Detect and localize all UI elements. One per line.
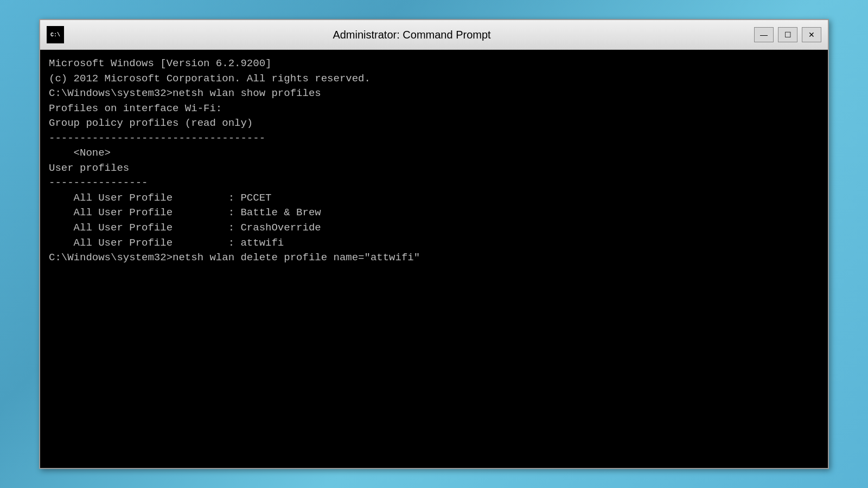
terminal-line: All User Profile : CrashOverride	[49, 221, 819, 236]
icon-text: C:\	[50, 32, 60, 38]
terminal-line: Microsoft Windows [Version 6.2.9200]	[49, 56, 819, 72]
minimize-button[interactable]: —	[754, 27, 774, 42]
terminal-line: All User Profile : PCCET	[49, 191, 819, 206]
terminal-line: User profiles	[49, 161, 819, 176]
terminal-area[interactable]: Microsoft Windows [Version 6.2.9200](c) …	[40, 50, 828, 468]
terminal-line: ----------------	[49, 176, 819, 191]
terminal-line: C:\Windows\system32>netsh wlan delete pr…	[49, 251, 819, 266]
window-icon: C:\	[47, 26, 64, 43]
window-controls: — ☐ ✕	[754, 27, 821, 42]
terminal-line: All User Profile : attwifi	[49, 236, 819, 251]
terminal-line: Group policy profiles (read only)	[49, 116, 819, 131]
command-prompt-window: C:\ Administrator: Command Prompt — ☐ ✕ …	[39, 19, 829, 469]
terminal-line: Profiles on interface Wi-Fi:	[49, 101, 819, 117]
restore-button[interactable]: ☐	[778, 27, 797, 42]
title-bar: C:\ Administrator: Command Prompt — ☐ ✕	[40, 20, 828, 50]
close-button[interactable]: ✕	[802, 27, 821, 42]
terminal-line: <None>	[49, 146, 819, 161]
terminal-line: (c) 2012 Microsoft Corporation. All righ…	[49, 72, 819, 87]
terminal-line: All User Profile : Battle & Brew	[49, 206, 819, 221]
terminal-line: C:\Windows\system32>netsh wlan show prof…	[49, 86, 819, 101]
terminal-line: -----------------------------------	[49, 131, 819, 146]
window-title: Administrator: Command Prompt	[69, 29, 754, 41]
